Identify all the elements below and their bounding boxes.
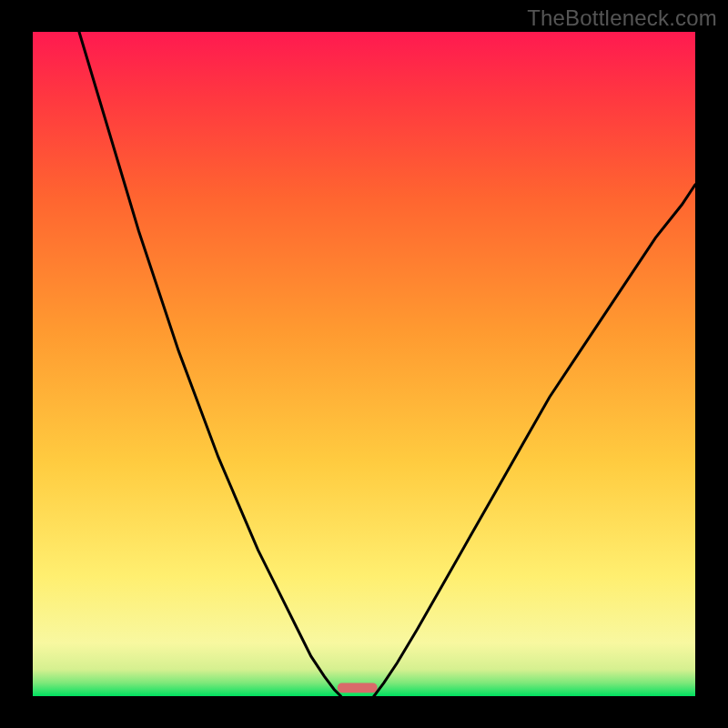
optimal-marker (338, 682, 378, 693)
chart-plot (0, 0, 728, 728)
chart-container: TheBottleneck.com (0, 0, 728, 728)
watermark-text: TheBottleneck.com (527, 5, 717, 31)
plot-area (33, 32, 695, 696)
